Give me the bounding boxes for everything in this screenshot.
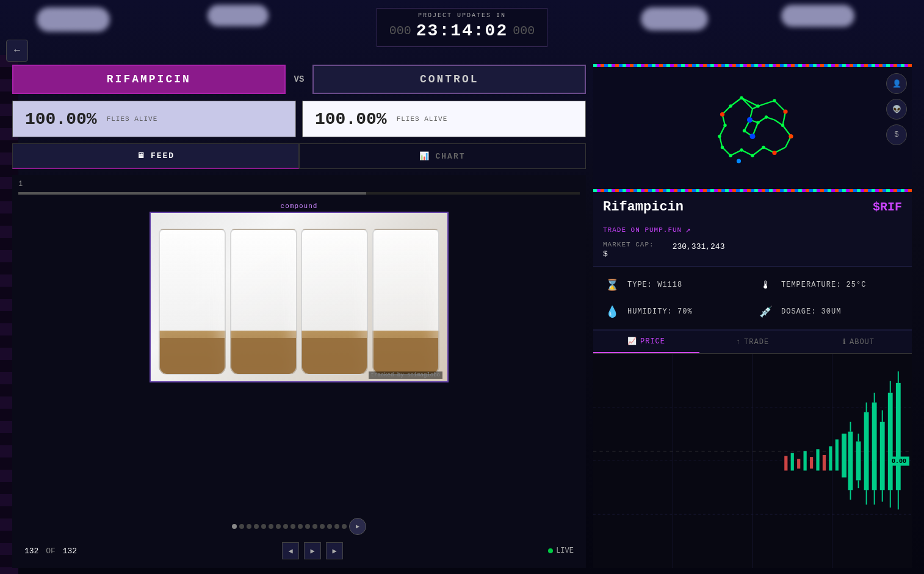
- tab-feed[interactable]: 🖥 FEED: [12, 143, 299, 169]
- feed-label: compound: [281, 203, 318, 210]
- control-button[interactable]: CONTROL: [312, 65, 586, 94]
- svg-rect-84: [829, 447, 832, 471]
- chart-area: 0.00: [593, 354, 912, 568]
- bottom-tabs: 📈 PRICE ↑ TRADE ℹ ABOUT: [593, 331, 912, 354]
- timer-box: PROJECT UPDATES IN 000 23:14:02 000: [377, 8, 547, 47]
- video-dot[interactable]: [342, 524, 347, 529]
- param-dosage: 💉 DOSAGE: 30UM: [757, 303, 902, 321]
- video-dot[interactable]: [239, 524, 244, 529]
- alien-icon-button[interactable]: 👽: [886, 99, 907, 120]
- video-timestamp: tracked by scimaglobo: [369, 371, 442, 379]
- svg-point-38: [762, 146, 765, 149]
- svg-point-30: [720, 112, 724, 117]
- video-inner: tracked by scimaglobo: [151, 213, 447, 381]
- price-chart-icon: 📈: [627, 337, 637, 346]
- video-dot[interactable]: [254, 524, 259, 529]
- svg-point-46: [756, 121, 759, 124]
- market-row: MARKET CAP: $ 230,331,243: [593, 241, 912, 266]
- nav-row: 132 OF 132 ◀ ▶ ▶ LIVE: [18, 540, 580, 562]
- tab-trade-label: TRADE: [744, 338, 769, 346]
- syringe-icon: 💉: [757, 303, 775, 321]
- tab-about-label: ABOUT: [850, 338, 875, 346]
- video-dot[interactable]: [247, 524, 251, 529]
- svg-rect-65: [872, 403, 877, 490]
- svg-rect-68: [880, 422, 885, 490]
- svg-line-2: [774, 101, 785, 112]
- video-dot[interactable]: [320, 524, 325, 529]
- person-icon-button[interactable]: 👤: [886, 73, 907, 94]
- droplet-icon: 💧: [603, 303, 621, 321]
- video-dot[interactable]: [276, 524, 281, 529]
- trade-link[interactable]: TRADE ON PUMP.FUN: [603, 226, 682, 234]
- nav-total: 132: [63, 547, 77, 556]
- param-humidity-text: HUMIDITY: 70%: [627, 307, 693, 316]
- play-button[interactable]: ▶: [349, 518, 366, 535]
- live-badge: LIVE: [548, 547, 574, 555]
- svg-point-37: [781, 124, 784, 127]
- video-dot[interactable]: [327, 524, 332, 529]
- vial-2: [230, 229, 297, 375]
- nav-of: OF: [46, 547, 56, 556]
- svg-point-44: [729, 104, 732, 107]
- svg-point-41: [721, 146, 724, 149]
- param-temperature-text: TEMPERATURE: 25°C: [781, 281, 866, 289]
- video-dot[interactable]: [291, 524, 295, 529]
- tab-chart-label: CHART: [435, 152, 465, 161]
- tab-price-label: PRICE: [640, 337, 665, 346]
- vs-row: RIFAMPICIN VS CONTROL: [12, 64, 586, 95]
- feed-area: 1 compound: [12, 175, 586, 568]
- header: PROJECT UPDATES IN 000 23:14:02 000: [0, 0, 924, 55]
- svg-point-43: [723, 124, 726, 127]
- main-area: RIFAMPICIN VS CONTROL 100.00% FLIES ALIV…: [12, 64, 912, 568]
- nav-prev-button[interactable]: ◀: [282, 542, 299, 559]
- drug-ticker: $RIF: [873, 200, 902, 214]
- video-dot[interactable]: [298, 524, 303, 529]
- vial-water-2: [231, 338, 296, 374]
- live-dot: [548, 548, 553, 553]
- svg-rect-86: [842, 434, 846, 478]
- tab-price[interactable]: 📈 PRICE: [593, 331, 699, 353]
- svg-line-13: [720, 126, 725, 137]
- feed-progress-bar: [18, 192, 580, 195]
- tab-about[interactable]: ℹ ABOUT: [806, 331, 912, 353]
- right-panel: 👤 👽 $ Rifampicin $RIF TRADE ON PUMP.FUN …: [593, 64, 912, 568]
- svg-point-29: [737, 159, 741, 163]
- video-dot[interactable]: [312, 524, 317, 529]
- drug-info: Rifampicin $RIF: [593, 192, 912, 222]
- params-area: ⌛ TYPE: W1118 🌡 TEMPERATURE: 25°C 💧 HUMI…: [593, 266, 912, 331]
- svg-point-40: [740, 148, 743, 151]
- video-dot[interactable]: [334, 524, 339, 529]
- svg-line-0: [742, 98, 758, 107]
- feed-number: 1: [18, 180, 23, 188]
- video-dot[interactable]: [261, 524, 266, 529]
- param-temperature: 🌡 TEMPERATURE: 25°C: [757, 276, 902, 294]
- svg-rect-81: [810, 457, 813, 468]
- video-dot[interactable]: [232, 524, 237, 529]
- tab-chart[interactable]: 📊 CHART: [299, 143, 586, 169]
- timer-dots-right: 000: [513, 24, 535, 38]
- svg-point-42: [718, 135, 721, 138]
- param-humidity: 💧 HUMIDITY: 70%: [603, 303, 748, 321]
- vial-water-1: [160, 338, 225, 374]
- nav-next-button[interactable]: ▶: [326, 542, 343, 559]
- svg-point-33: [772, 151, 776, 155]
- nav-play-button[interactable]: ▶: [304, 542, 321, 559]
- tab-trade[interactable]: ↑ TRADE: [699, 331, 806, 353]
- tabs-row: 🖥 FEED 📊 CHART: [12, 143, 586, 169]
- back-button[interactable]: ←: [6, 40, 28, 62]
- vial-1: [159, 229, 226, 375]
- svg-point-47: [743, 129, 746, 132]
- video-dot[interactable]: [305, 524, 310, 529]
- video-dot[interactable]: [283, 524, 288, 529]
- stat-label-right: FLIES ALIVE: [397, 115, 448, 123]
- dollar-icon-button[interactable]: $: [886, 124, 907, 145]
- svg-point-32: [789, 134, 793, 138]
- video-dot[interactable]: [269, 524, 273, 529]
- svg-point-39: [751, 154, 754, 157]
- trade-icon: ↑: [736, 338, 741, 346]
- monitor-icon: 🖥: [137, 151, 146, 160]
- drug-button[interactable]: RIFAMPICIN: [12, 65, 286, 94]
- svg-rect-56: [848, 432, 853, 490]
- feed-progress-fill: [18, 192, 366, 195]
- svg-rect-83: [823, 455, 826, 471]
